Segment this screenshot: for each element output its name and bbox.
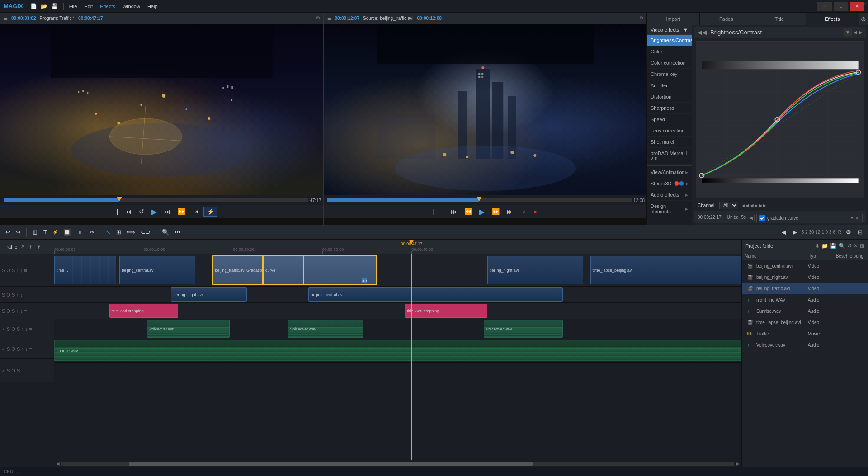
effect-item-brightness[interactable]: Brightness/Contrast <box>647 35 692 46</box>
effect-item-view-anim[interactable]: View/Animation ▶ <box>647 167 692 178</box>
scroll-thumb[interactable] <box>129 462 533 466</box>
effects-preset-prev[interactable]: ▼ <box>844 29 852 36</box>
track-mute-2[interactable]: O <box>6 292 10 297</box>
effect-item-audio[interactable]: Audio effects ▶ <box>647 189 692 201</box>
effect-item-distortion[interactable]: Distortion <box>647 91 692 103</box>
effects-back-button[interactable]: ◀◀ <box>698 29 707 36</box>
maximize-button[interactable]: □ <box>834 2 848 11</box>
add-track[interactable]: ＋ <box>28 243 33 251</box>
play-right[interactable]: ▶ <box>477 207 486 217</box>
track-menu-3[interactable]: ≡ <box>24 308 27 314</box>
scroll-track[interactable] <box>61 462 734 466</box>
keyframe-add[interactable]: ◀ <box>748 215 755 221</box>
track-up-2[interactable]: ↑ <box>16 292 19 297</box>
track-lock-4[interactable]: S <box>17 326 20 332</box>
pf-expand[interactable]: ⊞ <box>860 243 864 249</box>
end-right[interactable]: ⇥ <box>519 207 528 216</box>
pf-row-1[interactable]: 🎬 beijing_night.avi Video <box>742 272 868 283</box>
effect-item-art[interactable]: Art filter <box>647 80 692 91</box>
split-button[interactable]: ⊂⊃ <box>139 228 152 236</box>
track-down-5[interactable]: ↓ <box>25 346 28 352</box>
pf-col-desc[interactable]: Beschreibung <box>833 252 868 260</box>
lightning-left[interactable]: ⚡ <box>203 207 217 217</box>
preview-left-progress[interactable] <box>4 198 308 202</box>
clip-title-1[interactable]: title: Anti cropping <box>109 304 178 318</box>
scroll-right[interactable]: ▶ <box>736 461 740 466</box>
pf-row-0[interactable]: 🎬 beijing_central.avi Video <box>742 260 868 272</box>
track-mute-6[interactable]: O <box>11 368 15 373</box>
effect-item-shot-match[interactable]: Shot match <box>647 137 692 148</box>
track-lock-2[interactable]: S <box>12 292 15 297</box>
track-menu-2[interactable]: ≡ <box>24 292 27 297</box>
redo-button[interactable]: ↪ <box>14 228 23 236</box>
track-down-1[interactable]: ↓ <box>20 268 23 273</box>
curve-container[interactable] <box>696 41 864 198</box>
mark-in-left[interactable]: [ <box>105 207 111 216</box>
clip-beijing-central-2[interactable]: beijing_central.avi <box>308 287 562 302</box>
channel-next-next[interactable]: ▶▶ <box>759 203 766 208</box>
new-file-icon[interactable]: 📄 <box>30 3 37 9</box>
track-mute-3[interactable]: O <box>6 308 10 314</box>
keyframe-action1[interactable]: ⊞ <box>856 216 859 220</box>
stretch-button[interactable]: ⟺ <box>125 228 137 236</box>
tab-title[interactable]: Title <box>753 13 806 25</box>
track-lock-3[interactable]: S <box>12 308 15 314</box>
track-up-3[interactable]: ↑ <box>16 308 19 314</box>
menu-help[interactable]: Help <box>147 4 158 9</box>
play-left[interactable]: ▶ <box>150 207 159 217</box>
trim-button[interactable]: ⊣⊢ <box>74 229 86 236</box>
mark-out-right[interactable]: ] <box>440 207 446 216</box>
video-effects-dropdown[interactable]: Video effects ▼ <box>647 25 692 35</box>
pf-search[interactable]: 🔍 <box>839 243 845 249</box>
last-frame-left[interactable]: ⏩ <box>176 207 187 216</box>
track-down-2[interactable]: ↓ <box>20 292 23 297</box>
channel-prev-prev[interactable]: ◀◀ <box>742 203 749 208</box>
pf-row-3[interactable]: ♪ night line.WAV Audio <box>742 294 868 306</box>
keyframe-dropdown[interactable]: ▼ <box>850 216 854 220</box>
track-solo-6[interactable]: S <box>7 368 10 373</box>
menu-file[interactable]: File <box>69 4 77 9</box>
effect-item-color[interactable]: Color <box>647 46 692 57</box>
pf-new-folder[interactable]: 📁 <box>821 243 828 249</box>
track-up-5[interactable]: ↑ <box>21 346 24 352</box>
preview-right-expand[interactable]: ⧉ <box>640 15 643 21</box>
save-icon[interactable]: 💾 <box>51 3 58 9</box>
undo-button[interactable]: ↩ <box>4 228 12 236</box>
pf-row-7[interactable]: ♪ Voiceover.wav Audio <box>742 339 868 351</box>
pf-col-name[interactable]: Name <box>742 252 806 260</box>
mixer-next[interactable]: ▶ <box>791 228 799 236</box>
last-frame-right[interactable]: ⏭ <box>505 207 515 216</box>
pf-close[interactable]: ✕ <box>854 243 858 249</box>
track-menu-5[interactable]: ≡ <box>29 346 32 352</box>
tab-fades[interactable]: Fades <box>700 13 753 25</box>
zoom-button[interactable]: 🔍 <box>160 228 171 236</box>
mark-out-left[interactable]: ] <box>114 207 120 216</box>
track-solo-2[interactable]: S <box>2 292 5 297</box>
next-right[interactable]: ⏩ <box>490 207 501 216</box>
more-button[interactable]: ••• <box>173 228 183 236</box>
close-timeline[interactable]: ✕ <box>21 244 25 250</box>
snap-button[interactable]: 🔲 <box>61 228 72 236</box>
minimize-button[interactable]: ─ <box>817 2 832 11</box>
cursor-button[interactable]: ↖ <box>104 228 113 236</box>
keyframe-checkbox[interactable] <box>760 215 765 221</box>
effect-item-color-correction[interactable]: Color correction <box>647 57 692 69</box>
clip-voiceover-1[interactable]: Voiceover.wav <box>147 320 229 338</box>
track-solo-1[interactable]: S <box>2 268 5 273</box>
clip-voiceover-2[interactable]: Voiceover.wav <box>288 320 363 338</box>
effects-tool-button[interactable]: ⚡ <box>51 229 60 236</box>
tab-import[interactable]: Import <box>647 13 700 25</box>
preview-left-expand[interactable]: ⧉ <box>316 15 320 21</box>
preview-right-hamburger[interactable]: ☰ <box>327 16 331 21</box>
razor-button[interactable]: ✂ <box>88 228 96 236</box>
open-icon[interactable]: 📂 <box>41 3 47 9</box>
clip-beijing-traffic[interactable]: beijing_traffic.avi Gradation curve AB <box>212 255 377 285</box>
multi-select-button[interactable]: ⊞ <box>114 228 123 236</box>
timeline-scrollbar[interactable]: ◀ ▶ <box>54 460 741 467</box>
mixer-prev[interactable]: ◀ <box>780 228 788 236</box>
prev-frame-left[interactable]: ⏮ <box>123 207 133 216</box>
effect-item-lens[interactable]: Lens correction <box>647 125 692 137</box>
effects-next[interactable]: ▶ <box>859 29 863 36</box>
effect-item-stereo3d[interactable]: Stereo3D 🔴🔵 ▶ <box>647 178 692 189</box>
pf-row-4[interactable]: ♪ Sunrise.wav Audio <box>742 306 868 317</box>
